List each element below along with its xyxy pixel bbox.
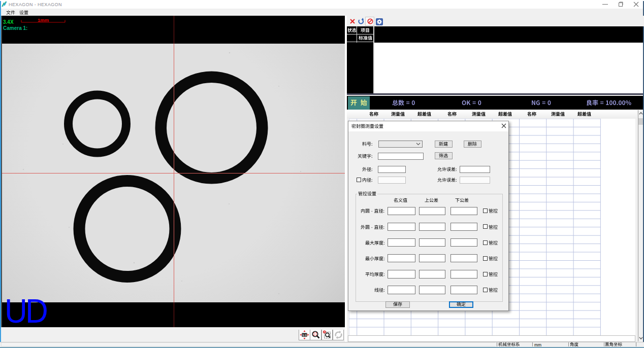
svg-text:1mm: 1mm (38, 18, 49, 23)
svg-text:1:1: 1:1 (303, 334, 307, 337)
